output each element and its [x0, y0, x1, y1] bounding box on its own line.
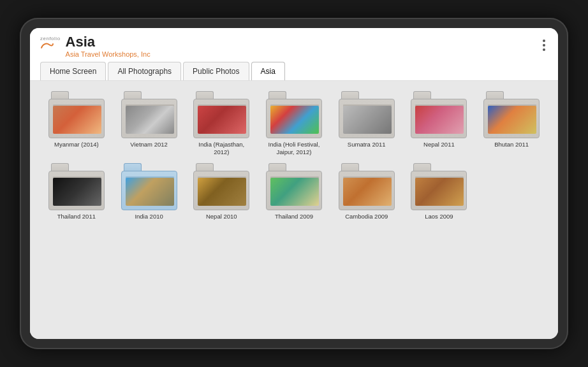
folder-name: Nepal 2010: [206, 213, 237, 220]
tab-public[interactable]: Public Photos: [183, 62, 249, 80]
folder-thumbnail: [53, 178, 101, 206]
folder-body: [411, 99, 467, 138]
folder-body: [193, 171, 249, 210]
folder-icon: [411, 91, 467, 138]
folder-body: [411, 171, 467, 210]
more-dot-1: [543, 40, 545, 42]
folder-name: India (Holi Festival, Jaipur, 2012): [265, 141, 323, 155]
folder-icon: [266, 163, 322, 210]
folder-item-thailand2011[interactable]: Thailand 2011: [43, 163, 110, 220]
folder-thumbnail: [198, 106, 246, 134]
folder-body: [266, 99, 322, 138]
folder-name: India 2010: [135, 213, 163, 220]
folder-icon: [339, 91, 395, 138]
folder-name: Cambodia 2009: [345, 213, 388, 220]
page-title: Asia: [66, 34, 151, 50]
folder-thumbnail: [415, 178, 464, 206]
folder-icon: [193, 91, 249, 138]
folder-icon: [266, 91, 322, 138]
folder-body: [266, 171, 322, 210]
zenfolio-swirl-icon: [40, 41, 54, 50]
header: zenfolio Asia Asia Travel Workshops, Inc: [30, 28, 558, 81]
folder-name: India (Rajasthan, 2012): [193, 141, 250, 155]
folder-icon: [48, 91, 105, 138]
folder-icon: [411, 163, 467, 210]
folder-item-myanmar[interactable]: Myanmar (2014): [43, 91, 110, 155]
folder-item-india-raj[interactable]: India (Rajasthan, 2012): [187, 91, 255, 155]
folder-body: [121, 171, 177, 210]
folder-thumbnail: [198, 178, 246, 206]
folder-item-cambodia2009[interactable]: Cambodia 2009: [333, 163, 401, 220]
folders-grid: Myanmar (2014) Vietnam 2012: [43, 91, 545, 220]
folder-item-india-holi[interactable]: India (Holi Festival, Jaipur, 2012): [260, 91, 328, 155]
tablet-frame: zenfolio Asia Asia Travel Workshops, Inc: [20, 18, 568, 349]
folder-name: Thailand 2011: [57, 213, 96, 220]
folder-item-thailand2009[interactable]: Thailand 2009: [260, 163, 328, 220]
folder-icon: [121, 91, 177, 138]
folder-thumbnail: [270, 106, 319, 134]
header-title-group: Asia Asia Travel Workshops, Inc: [66, 34, 151, 58]
folder-thumbnail: [488, 106, 536, 134]
folder-thumbnail: [270, 178, 319, 206]
folder-body: [48, 99, 105, 138]
nav-tabs: Home ScreenAll PhotographsPublic PhotosA…: [40, 62, 548, 80]
folder-icon: [339, 163, 395, 210]
folder-icon: [121, 163, 177, 210]
folder-icon: [193, 163, 249, 210]
folder-body: [121, 99, 177, 138]
folder-icon: [48, 163, 105, 210]
folder-item-laos[interactable]: Laos 2009: [406, 163, 473, 220]
folder-body: [339, 171, 395, 210]
zenfolio-brand-text: zenfolio: [40, 36, 61, 41]
folder-name: Myanmar (2014): [54, 141, 99, 148]
folder-item-nepal2010[interactable]: Nepal 2010: [187, 163, 255, 220]
content-area: Myanmar (2014) Vietnam 2012: [30, 81, 558, 339]
tab-home[interactable]: Home Screen: [40, 62, 106, 80]
folder-thumbnail: [53, 106, 101, 134]
folder-item-india2010[interactable]: India 2010: [115, 163, 183, 220]
folder-thumbnail: [126, 178, 174, 206]
zenfolio-logo: zenfolio: [40, 36, 61, 50]
folder-name: Bhutan 2011: [494, 141, 529, 148]
folder-thumbnail: [126, 106, 174, 134]
folder-body: [339, 99, 395, 138]
header-left: zenfolio Asia Asia Travel Workshops, Inc: [40, 34, 151, 58]
folder-item-nepal2011[interactable]: Nepal 2011: [406, 91, 473, 155]
tab-asia[interactable]: Asia: [251, 62, 285, 80]
tablet-screen: zenfolio Asia Asia Travel Workshops, Inc: [30, 28, 558, 339]
folder-item-sumatra[interactable]: Sumatra 2011: [333, 91, 401, 155]
folder-icon: [483, 91, 540, 138]
folder-name: Thailand 2009: [275, 213, 313, 220]
folder-body: [483, 99, 540, 138]
more-dot-3: [543, 48, 545, 51]
folder-body: [48, 171, 105, 210]
tab-photographs[interactable]: All Photographs: [108, 62, 181, 80]
folder-name: Vietnam 2012: [130, 141, 167, 148]
folder-name: Nepal 2011: [423, 141, 455, 148]
folder-item-bhutan[interactable]: Bhutan 2011: [478, 91, 545, 155]
more-dot-2: [543, 44, 545, 47]
folder-thumbnail: [415, 106, 464, 134]
folder-thumbnail: [343, 178, 392, 206]
folder-body: [193, 99, 249, 138]
folder-name: Laos 2009: [425, 213, 453, 220]
folder-item-vietnam[interactable]: Vietnam 2012: [115, 91, 183, 155]
folder-thumbnail: [343, 106, 392, 134]
more-menu-button[interactable]: [540, 34, 548, 56]
page-subtitle: Asia Travel Workshops, Inc: [66, 50, 151, 58]
folder-name: Sumatra 2011: [348, 141, 386, 148]
